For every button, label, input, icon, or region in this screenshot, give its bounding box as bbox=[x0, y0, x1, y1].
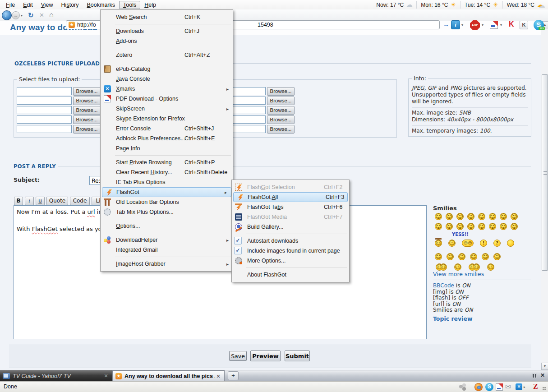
browse-button[interactable]: Browse... bbox=[73, 106, 101, 115]
browse-button[interactable]: Browse... bbox=[73, 87, 101, 96]
smiley-icon[interactable]: ☺ bbox=[493, 253, 501, 260]
menu-item-downloadhelper[interactable]: DownloadHelper▸ bbox=[101, 235, 233, 245]
file-input[interactable] bbox=[17, 87, 72, 95]
close-tab-icon[interactable]: ✕ bbox=[540, 372, 545, 378]
smiley-icon[interactable]: ☺ bbox=[467, 223, 474, 230]
browse-button[interactable]: Browse... bbox=[73, 97, 101, 105]
menu-item-build-gallery[interactable]: Build Gallery... bbox=[232, 222, 349, 232]
tab-list-icon[interactable] bbox=[532, 374, 537, 378]
smiley-icon[interactable]: ☺ bbox=[470, 253, 477, 260]
pdf-dropdown-icon[interactable]: ▾ bbox=[500, 23, 502, 27]
menu-item-old-location-bar-options[interactable]: Old Location Bar Options bbox=[101, 197, 233, 207]
format-button-u[interactable]: u bbox=[36, 197, 45, 205]
menu-item-flashgot-tabs[interactable]: FlashGot TabsCtrl+F6 bbox=[232, 202, 349, 212]
format-button-quote[interactable]: Quote bbox=[46, 197, 68, 205]
menu-item-flashgot-selection[interactable]: FlashGot SelectionCtrl+F2 bbox=[232, 182, 349, 192]
mail-icon[interactable]: ✉ bbox=[505, 383, 511, 391]
menubar-edit[interactable]: Edit bbox=[19, 1, 37, 9]
k-gray-icon[interactable]: K bbox=[520, 21, 528, 29]
preview-button[interactable]: Preview bbox=[250, 350, 281, 361]
menu-item-start-private-browsing[interactable]: Start Private BrowsingCtrl+Shift+P bbox=[101, 157, 233, 167]
menu-item-tab-mix-plus-options[interactable]: Tab Mix Plus Options... bbox=[101, 207, 233, 217]
file-input[interactable] bbox=[17, 125, 72, 133]
adblock-plus-icon[interactable]: ABP bbox=[470, 20, 480, 30]
menubar-tools[interactable]: Tools bbox=[119, 1, 140, 9]
home-icon[interactable]: ⌂ bbox=[49, 11, 54, 19]
file-input[interactable] bbox=[17, 97, 72, 105]
browse-button[interactable]: Browse... bbox=[267, 125, 295, 134]
smiley-icon[interactable]: ☺ bbox=[478, 223, 485, 230]
browse-button[interactable]: Browse... bbox=[267, 97, 295, 105]
menu-item-xmarks[interactable]: ✕Xmarks▸ bbox=[101, 84, 233, 94]
weather-now[interactable]: Now: 17 °C☁ bbox=[372, 1, 416, 9]
menu-item-autostart-downloads[interactable]: ✓Autostart downloads bbox=[232, 236, 349, 246]
kaspersky-icon[interactable]: K bbox=[509, 20, 514, 28]
menu-item-integrated-gmail[interactable]: Integrated Gmail bbox=[101, 245, 233, 255]
scroll-down-icon[interactable]: ▼ bbox=[541, 363, 548, 370]
smiley-icon[interactable]: ! bbox=[480, 240, 487, 247]
history-dropdown-icon[interactable]: ▾ bbox=[21, 14, 23, 18]
pdf-download-toolbar-icon[interactable] bbox=[490, 21, 498, 29]
view-more-smilies-link[interactable]: View more smilies bbox=[433, 271, 484, 277]
menu-item-about-flashgot[interactable]: About FlashGot bbox=[232, 270, 349, 280]
weather-mon[interactable]: Mon: 16 °C☀ bbox=[416, 1, 460, 9]
menu-item-flashgot-media[interactable]: FlashGot MediaCtrl+F7 bbox=[232, 212, 349, 222]
menu-item-web-search[interactable]: Web SearchCtrl+K bbox=[101, 12, 233, 22]
new-tab-button[interactable]: + bbox=[228, 371, 239, 380]
tab-close-icon[interactable]: ✕ bbox=[103, 373, 109, 379]
tab-close-icon[interactable]: ✕ bbox=[215, 374, 221, 379]
menu-item-include-images-found-in-current-page[interactable]: ✓Include images found in current page bbox=[232, 246, 349, 256]
save-button[interactable]: Save bbox=[229, 351, 247, 361]
menubar-file[interactable]: File bbox=[2, 1, 19, 9]
smiley-icon[interactable]: ☺ bbox=[435, 253, 442, 260]
browse-button[interactable]: Browse... bbox=[267, 115, 295, 124]
zotero-z-icon[interactable]: Z bbox=[533, 383, 538, 391]
pdf-status-icon[interactable] bbox=[496, 383, 503, 391]
menu-item-options[interactable]: Options... bbox=[101, 221, 233, 231]
topic-review-link[interactable]: Topic review bbox=[433, 315, 473, 322]
browse-button[interactable]: Browse... bbox=[267, 87, 295, 96]
smiley-icon[interactable]: ☺ bbox=[456, 213, 464, 220]
smiley-pair-icon[interactable]: ☺☺ bbox=[469, 263, 480, 271]
xmarks-status-icon[interactable]: ✕ bbox=[516, 383, 522, 390]
smiley-icon[interactable]: ☺ bbox=[458, 253, 465, 260]
vertical-scrollbar[interactable]: ▲ ▼ bbox=[541, 21, 548, 370]
smiley-icon[interactable]: ☺ bbox=[456, 223, 464, 230]
submit-button[interactable]: Submit bbox=[285, 350, 310, 361]
menu-item-adblock-plus-preferences[interactable]: Adblock Plus Preferences...Ctrl+Shift+E bbox=[101, 134, 233, 143]
menu-item-more-options[interactable]: More Options... bbox=[232, 256, 349, 266]
tab-any-way-to-download-all-the-pi[interactable]: ★Any way to download all the pics ...✕ bbox=[112, 370, 225, 382]
menu-item-epub-catalog[interactable]: ePub-Catalog bbox=[101, 64, 233, 74]
smiley-icon[interactable]: ☺ bbox=[478, 213, 485, 220]
downloadhelper-status-icon[interactable] bbox=[459, 385, 463, 388]
forward-icon[interactable]: → bbox=[12, 11, 20, 19]
menu-item-zotero[interactable]: ZoteroCtrl+Alt+Z bbox=[101, 50, 233, 60]
smiley-icon[interactable]: ☺ bbox=[500, 223, 507, 230]
format-button-b[interactable]: B bbox=[14, 197, 23, 205]
menu-item-page-info[interactable]: Page Info bbox=[101, 143, 233, 153]
menu-item-skipscreen[interactable]: SkipScreen▸ bbox=[101, 104, 233, 114]
menu-item-add-ons[interactable]: Add-ons bbox=[101, 36, 233, 46]
menubar-bookmarks[interactable]: Bookmarks bbox=[83, 1, 120, 9]
smiley-icon[interactable]: ☺ bbox=[435, 240, 442, 247]
smiley-icon[interactable]: ☺ bbox=[435, 213, 442, 220]
page-info-icon[interactable]: i bbox=[451, 20, 460, 29]
menu-item-ie-tab-plus-options[interactable]: IE Tab Plus Options bbox=[101, 177, 233, 187]
xmarks-arrow-icon[interactable]: ▸ bbox=[524, 385, 525, 389]
menu-item-java-console[interactable]: Java Console bbox=[101, 74, 233, 84]
smiley-icon[interactable]: ☺ bbox=[435, 223, 442, 230]
smiley-icon[interactable]: ☺ bbox=[489, 213, 496, 220]
weather-wed[interactable]: Wed: 18 °C☁ bbox=[502, 1, 547, 9]
smiley-icon[interactable]: ☺ bbox=[446, 223, 453, 230]
smiley-icon[interactable]: ☺ bbox=[511, 213, 518, 220]
smiley-icon[interactable]: ☺ bbox=[446, 213, 453, 220]
menu-item-skype-extension-for-firefox[interactable]: Skype Extension for Firefox bbox=[101, 114, 233, 124]
menu-item-clear-recent-history[interactable]: Clear Recent History...Ctrl+Shift+Delete bbox=[101, 167, 233, 177]
info-dropdown-icon[interactable]: ▾ bbox=[461, 23, 463, 27]
file-input[interactable] bbox=[17, 115, 72, 124]
smiley-icon[interactable]: ☺☺ bbox=[462, 240, 474, 247]
smiley-icon[interactable]: ☺ bbox=[467, 213, 474, 220]
smiley-icon[interactable] bbox=[507, 240, 514, 247]
smiley-icon[interactable]: ☺ bbox=[500, 213, 507, 220]
menubar-view[interactable]: View bbox=[37, 1, 57, 9]
